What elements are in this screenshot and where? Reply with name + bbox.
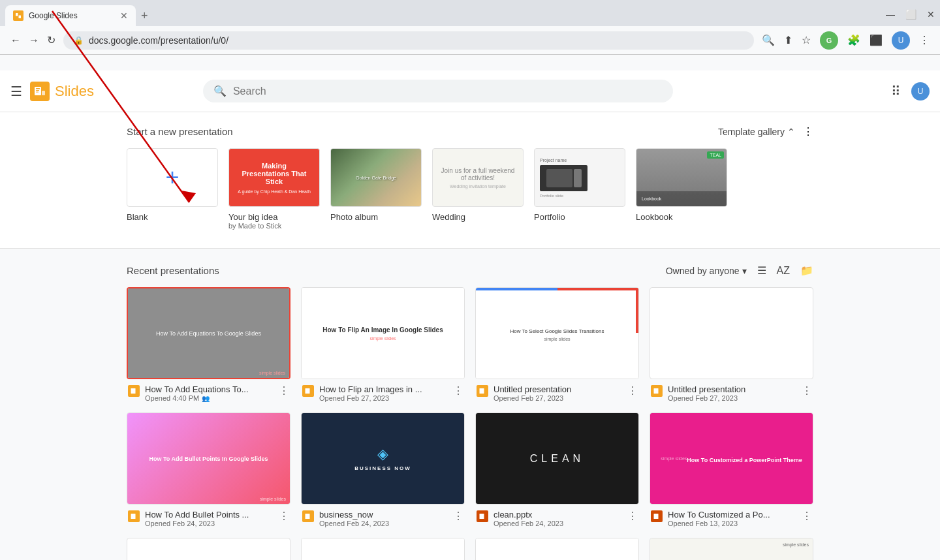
card-thumb-logo-bullet: simple slides — [260, 497, 286, 501]
menu-dots-icon[interactable]: ⋮ — [919, 34, 930, 46]
close-window-button[interactable]: ✕ — [927, 9, 935, 20]
card-thumb-text-customized: How To Customized a PowerPoint Theme — [687, 457, 802, 463]
presentation-card-untitled3[interactable]: Untitled presentation Opened Feb 10, 202… — [127, 538, 290, 560]
card-thumb-googlebg: How to Add Google Slides Background simp… — [301, 538, 465, 560]
browser-title-bar: Google Slides ✕ + — ⬜ ✕ — [0, 0, 940, 26]
card-meta-text-business: Opened Feb 24, 2023 — [319, 520, 389, 527]
svg-rect-10 — [131, 388, 136, 394]
presentation-card-font[interactable]: How to Add Font on Google Slides How to … — [475, 538, 639, 560]
minimize-button[interactable]: — — [886, 9, 895, 20]
presentation-card-flip[interactable]: How To Flip An Image In Google Slides si… — [301, 287, 465, 402]
window-controls: — ⬜ ✕ — [886, 9, 935, 22]
card-more-untitled1[interactable]: ⋮ — [802, 384, 812, 397]
forward-button[interactable]: → — [29, 35, 39, 46]
card-title-equations: How To Add Equations To... — [145, 384, 274, 394]
presentation-card-business[interactable]: ◈ BUSINESS NOW business_now Op — [301, 412, 465, 527]
card-more-bullet[interactable]: ⋮ — [279, 510, 289, 522]
recent-controls: Owned by anyone ▾ ☰ AZ 📁 — [666, 264, 813, 277]
card-meta-clean: Opened Feb 24, 2023 — [494, 520, 622, 527]
template-bigidea-text1: Making — [262, 162, 287, 170]
user-avatar[interactable]: U — [911, 82, 930, 101]
presentation-card-untitled1[interactable]: Untitled presentation Opened Feb 27, 202… — [650, 287, 813, 402]
template-bigidea[interactable]: Making Presentations That Stick A guide … — [228, 148, 320, 230]
card-ppt-icon-clean — [477, 510, 488, 522]
url-bar[interactable]: 🔒 docs.google.com/presentation/u/0/ — [63, 31, 754, 50]
card-more-clean[interactable]: ⋮ — [627, 510, 638, 522]
card-title-untitled1: Untitled presentation — [668, 384, 796, 394]
svg-rect-20 — [306, 514, 310, 519]
template-portfolio-thumb: Project name Portfolio slide — [534, 148, 625, 207]
card-more-flip[interactable]: ⋮ — [453, 384, 463, 397]
presentation-card-bullet[interactable]: How To Add Bullet Points In Google Slide… — [127, 412, 290, 527]
template-photo[interactable]: Golden Gate Bridge Photo album — [330, 148, 422, 230]
svg-rect-1 — [16, 13, 18, 16]
card-meta-untitled1: Opened Feb 27, 2023 — [668, 394, 796, 402]
sidebar-toggle-icon[interactable]: ⬛ — [870, 34, 883, 46]
templates-grid: + Blank Making Presentations That Stick … — [127, 148, 813, 230]
card-more-transitions[interactable]: ⋮ — [627, 384, 638, 397]
card-title-bullet: How To Add Bullet Points ... — [145, 510, 274, 520]
card-thumb-business: ◈ BUSINESS NOW — [301, 412, 465, 505]
card-thumb-untitled3 — [127, 538, 290, 560]
lock-icon: 🔒 — [74, 36, 84, 45]
bookmark-icon[interactable]: ☆ — [802, 34, 811, 46]
template-gallery-button[interactable]: Template gallery ⌃ — [718, 127, 795, 137]
new-tab-button[interactable]: + — [141, 9, 148, 23]
card-meta-text-untitled1: Opened Feb 27, 2023 — [668, 394, 738, 402]
recent-content: Recent presentations Owned by anyone ▾ ☰… — [111, 264, 829, 560]
card-thumb-text-flip: How To Flip An Image In Google Slides — [322, 326, 443, 334]
grid-view-button[interactable]: ☰ — [757, 264, 766, 277]
share-icon[interactable]: ⬆ — [784, 34, 792, 46]
template-lookbook[interactable]: TEAL Lookbook Lookbook — [636, 148, 727, 230]
extension-icon[interactable]: G — [820, 31, 838, 50]
profile-icon[interactable]: U — [892, 31, 910, 50]
plus-icon: + — [165, 164, 179, 191]
presentations-grid: How To Add Equations To Google Slides si… — [127, 287, 813, 560]
svg-rect-0 — [14, 12, 22, 20]
presentation-card-customized[interactable]: simple slides How To Customized a PowerP… — [650, 412, 813, 527]
active-tab[interactable]: Google Slides ✕ — [5, 5, 136, 26]
card-text-transitions: Untitled presentation Opened Feb 27, 202… — [494, 384, 622, 402]
folder-view-button[interactable]: 📁 — [800, 264, 813, 277]
owner-filter-button[interactable]: Owned by anyone ▾ — [666, 266, 747, 276]
card-meta-flip: Opened Feb 27, 2023 — [319, 394, 448, 402]
presentation-card-clean[interactable]: CLEAN clean.pptx Opened Feb 24, 2023 — [475, 412, 639, 527]
card-slides-icon-transitions — [477, 385, 488, 397]
tab-close-button[interactable]: ✕ — [120, 10, 128, 21]
templates-section: Start a new presentation Template galler… — [0, 112, 940, 249]
card-info-clean: clean.pptx Opened Feb 24, 2023 ⋮ — [475, 510, 639, 527]
card-info-bullet: How To Add Bullet Points ... Opened Feb … — [127, 510, 290, 527]
presentation-card-transitions[interactable]: How To Select Google Slides Transitions … — [475, 287, 639, 402]
back-button[interactable]: ← — [10, 35, 21, 46]
template-portfolio[interactable]: Project name Portfolio slide Portfolio — [534, 148, 625, 230]
hamburger-menu[interactable]: ☰ — [10, 84, 22, 99]
card-more-customized[interactable]: ⋮ — [802, 510, 812, 522]
template-bigidea-text2: Presentations That — [242, 170, 306, 178]
apps-grid-icon[interactable]: ⠿ — [891, 84, 901, 99]
chevron-up-icon: ⌃ — [787, 127, 795, 137]
templates-more-icon[interactable]: ⋮ — [803, 125, 813, 138]
template-wedding-label: Wedding — [432, 212, 524, 222]
chevron-down-icon: ▾ — [742, 266, 747, 276]
puzzle-icon[interactable]: 🧩 — [847, 34, 860, 46]
presentation-card-googlebg[interactable]: How to Add Google Slides Background simp… — [301, 538, 465, 560]
svg-rect-18 — [131, 514, 136, 519]
sort-button[interactable]: AZ — [777, 265, 790, 277]
template-wedding[interactable]: Join us for a full weekend of activities… — [432, 148, 524, 230]
search-lens-icon[interactable]: 🔍 — [762, 34, 775, 46]
svg-rect-7 — [36, 91, 39, 92]
recent-section: Recent presentations Owned by anyone ▾ ☰… — [0, 249, 940, 560]
refresh-button[interactable]: ↻ — [47, 34, 55, 46]
templates-title: Start a new presentation — [127, 126, 233, 137]
presentation-card-equations[interactable]: How To Add Equations To Google Slides si… — [127, 287, 290, 402]
app-content: ☰ Slides 🔍 — [0, 55, 940, 560]
search-input[interactable] — [233, 86, 663, 97]
search-bar-inner[interactable]: 🔍 — [203, 80, 673, 102]
maximize-button[interactable]: ⬜ — [905, 9, 916, 20]
card-more-equations[interactable]: ⋮ — [279, 384, 289, 397]
card-info-equations: How To Add Equations To... Opened 4:40 P… — [127, 384, 290, 402]
presentation-card-theme[interactable]: simple slides How to Set a Theme in Goog… — [650, 538, 813, 560]
template-blank[interactable]: + Blank — [127, 148, 218, 230]
card-meta-bullet: Opened Feb 24, 2023 — [145, 520, 274, 527]
card-more-business[interactable]: ⋮ — [453, 510, 463, 522]
